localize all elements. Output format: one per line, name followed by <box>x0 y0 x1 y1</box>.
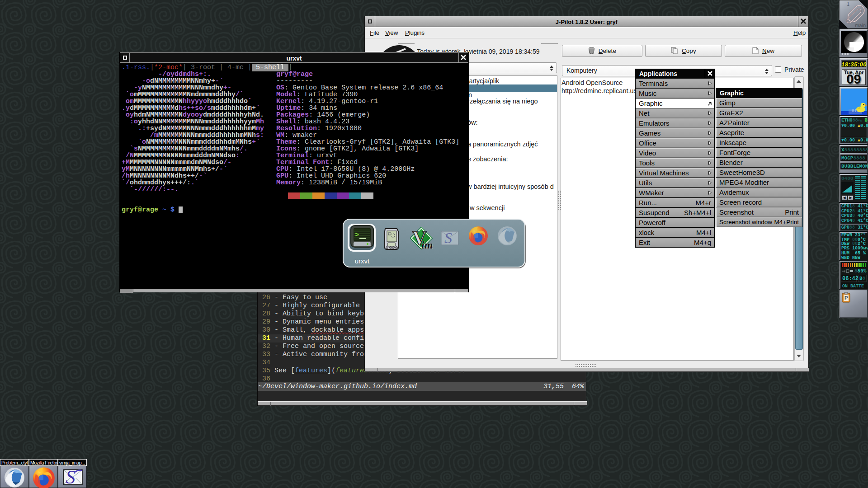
svg-text:S: S <box>66 469 75 485</box>
svg-text:>: > <box>355 231 359 239</box>
svg-text:im: im <box>421 239 433 250</box>
svg-text:P: P <box>844 295 848 300</box>
svg-text:S: S <box>444 231 452 245</box>
